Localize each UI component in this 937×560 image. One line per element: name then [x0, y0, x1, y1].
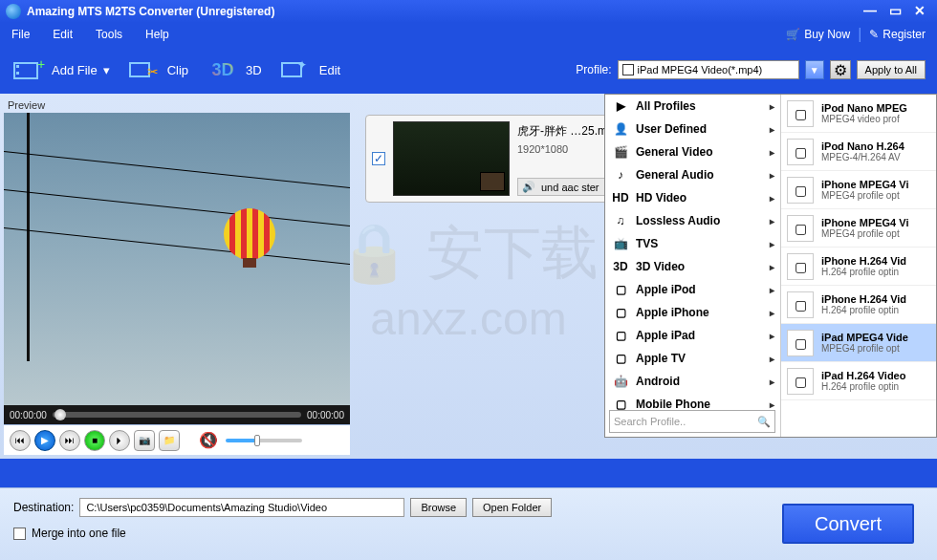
film-add-icon: +: [11, 56, 46, 83]
profile-item[interactable]: ▢iPad H.264 VideoH.264 profile optin: [781, 362, 936, 400]
category-item[interactable]: ▢Apple iPad▸: [605, 324, 780, 347]
profile-item[interactable]: ▢iPhone MPEG4 ViMPEG4 profile opt: [781, 209, 936, 248]
category-item[interactable]: 3D3D Video▸: [605, 255, 780, 278]
svg-text:✦: ✦: [297, 58, 307, 72]
preview-video[interactable]: [4, 113, 350, 405]
profile-box-icon: [622, 64, 634, 75]
category-item[interactable]: 👤User Defined▸: [605, 118, 780, 140]
scissors-icon: ✂: [127, 56, 162, 83]
app-icon: [6, 4, 21, 19]
destination-input[interactable]: [79, 498, 404, 517]
folder-button[interactable]: 📁: [159, 430, 180, 451]
profile-item[interactable]: ▢iPod Nano MPEGMPEG4 video prof: [781, 95, 936, 133]
apply-to-all-button[interactable]: Apply to All: [857, 60, 926, 79]
category-item[interactable]: ▢Apple iPhone▸: [605, 301, 780, 324]
settings-button[interactable]: ⚙: [830, 60, 851, 79]
clip-button[interactable]: ✂ Clip: [127, 56, 188, 83]
maximize-button[interactable]: ▭: [883, 4, 906, 19]
register-button[interactable]: ✎Register: [869, 28, 926, 41]
time-bar: 00:00:00 00:00:00: [4, 405, 350, 424]
merge-label: Merge into one file: [32, 527, 126, 540]
play-button[interactable]: ▶: [34, 430, 55, 451]
buy-now-button[interactable]: 🛒Buy Now: [786, 28, 850, 41]
arrow-right-icon: ▸: [770, 193, 774, 204]
bottom-bar: Destination: Browse Open Folder Merge in…: [0, 487, 937, 560]
stop-button[interactable]: ■: [84, 430, 105, 451]
device-icon: ▢: [787, 100, 814, 127]
3d-button[interactable]: 3D 3D: [206, 56, 262, 83]
merge-checkbox[interactable]: [13, 528, 26, 540]
profile-dropdown-button[interactable]: ▼: [805, 60, 824, 79]
category-item[interactable]: ▢Apple iPod▸: [605, 278, 780, 301]
category-icon: 🎬: [613, 144, 628, 160]
mute-icon[interactable]: 🔇: [199, 431, 218, 449]
preview-panel: Preview 00:00:00 00:00:00 ⏮ ▶ ⏭ ■ ⏵ 📷 📁 …: [4, 97, 350, 455]
snapshot-button[interactable]: 📷: [134, 430, 155, 451]
close-button[interactable]: ✕: [908, 4, 931, 19]
next-button[interactable]: ⏭: [59, 430, 80, 451]
device-icon: ▢: [787, 330, 814, 356]
profile-select[interactable]: iPad MPEG4 Video(*.mp4): [618, 60, 799, 79]
volume-slider[interactable]: [226, 439, 302, 442]
profile-item[interactable]: ▢iPhone H.264 VidH.264 profile optin: [781, 286, 936, 324]
category-item[interactable]: HDHD Video▸: [605, 186, 780, 209]
file-checkbox[interactable]: ✓: [372, 152, 385, 165]
category-icon: ▶: [613, 98, 628, 114]
category-icon: HD: [613, 190, 628, 205]
balloon-image: [224, 208, 275, 260]
profile-label: Profile:: [576, 63, 611, 76]
convert-button[interactable]: Convert: [782, 504, 914, 544]
arrow-right-icon: ▸: [770, 170, 774, 181]
edit-button[interactable]: ✦ Edit: [279, 56, 340, 83]
menu-tools[interactable]: Tools: [96, 28, 122, 41]
profile-item[interactable]: ▢iPod Nano H.264MPEG-4/H.264 AV: [781, 133, 936, 171]
arrow-right-icon: ▸: [770, 399, 774, 410]
prev-button[interactable]: ⏮: [10, 430, 31, 451]
menu-help[interactable]: Help: [145, 28, 169, 41]
arrow-right-icon: ▸: [770, 354, 774, 364]
search-profile-input[interactable]: Search Profile.. 🔍: [609, 410, 775, 433]
step-fwd-button[interactable]: ⏵: [109, 430, 130, 451]
title-bar: Amazing MTS M2TS Converter (Unregistered…: [0, 0, 937, 23]
profile-list: ▢iPod Nano MPEGMPEG4 video prof▢iPod Nan…: [781, 95, 936, 437]
profile-item[interactable]: ▢iPhone H.264 VidH.264 profile optin: [781, 248, 936, 286]
category-item[interactable]: 🤖Android▸: [605, 370, 780, 393]
minimize-button[interactable]: —: [859, 4, 882, 19]
browse-button[interactable]: Browse: [410, 498, 467, 517]
menu-edit[interactable]: Edit: [53, 28, 73, 41]
category-item[interactable]: ♫Lossless Audio▸: [605, 209, 780, 232]
svg-rect-4: [130, 63, 149, 76]
key-icon: ✎: [869, 28, 879, 41]
category-item[interactable]: 🎬General Video▸: [605, 140, 780, 163]
time-current: 00:00:00: [10, 410, 47, 420]
category-icon: ▢: [613, 282, 628, 297]
open-folder-button[interactable]: Open Folder: [472, 498, 552, 517]
film-star-icon: ✦: [279, 56, 314, 83]
search-icon: 🔍: [757, 416, 771, 428]
profile-item[interactable]: ▢iPhone MPEG4 ViMPEG4 profile opt: [781, 171, 936, 209]
category-item[interactable]: ▢Apple TV▸: [605, 347, 780, 370]
category-item[interactable]: ▶All Profiles▸: [605, 95, 780, 118]
category-icon: 🤖: [613, 374, 628, 389]
category-item[interactable]: ♪General Audio▸: [605, 163, 780, 186]
device-icon: ▢: [787, 177, 814, 204]
toolbar: + Add File ▾ ✂ Clip 3D 3D ✦ Edit Profile…: [0, 46, 937, 94]
device-icon: ▢: [787, 139, 814, 165]
profile-item[interactable]: ▢iPad MPEG4 VideMPEG4 profile opt: [781, 324, 936, 362]
category-icon: ▢: [613, 305, 628, 320]
player-controls: ⏮ ▶ ⏭ ■ ⏵ 📷 📁 🔇: [4, 424, 350, 455]
add-file-button[interactable]: + Add File ▾: [11, 56, 110, 83]
time-total: 00:00:00: [307, 410, 344, 420]
profile-dropdown-menu: ▶All Profiles▸👤User Defined▸🎬General Vid…: [604, 94, 937, 438]
arrow-right-icon: ▸: [770, 216, 774, 226]
seek-slider[interactable]: [53, 412, 301, 418]
menu-file[interactable]: File: [11, 28, 30, 41]
category-icon: ♪: [613, 167, 628, 183]
device-icon: ▢: [787, 253, 814, 280]
arrow-right-icon: ▸: [770, 377, 774, 387]
arrow-right-icon: ▸: [770, 239, 774, 249]
preview-label: Preview: [4, 97, 350, 113]
3d-icon: 3D: [206, 56, 240, 83]
speaker-icon: 🔊: [522, 181, 535, 193]
category-item[interactable]: 📺TVS▸: [605, 232, 780, 255]
